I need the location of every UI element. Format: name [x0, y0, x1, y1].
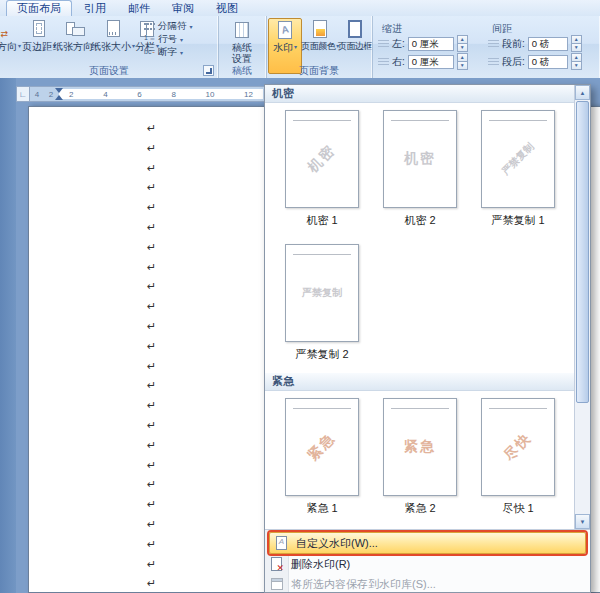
paragraph-mark: ↵	[147, 357, 156, 377]
text-direction-button[interactable]: 文字方向▾	[0, 18, 22, 60]
paragraph-mark: ↵	[147, 376, 156, 396]
word-window: 页面布局 引用 邮件 审阅 视图 文字方向▾ 页边距▾ 纸张方向▾	[0, 0, 600, 593]
watermark-gallery: 机密 机密 机密 1 机密 机密 2	[265, 85, 574, 529]
spacing-after-input[interactable]: 0 磅	[528, 55, 568, 69]
chevron-down-icon: ▾	[180, 36, 183, 43]
watermark-item-jinkuai-1[interactable]: 尽快 尽快 1	[469, 393, 567, 527]
page-break-icon	[144, 21, 155, 32]
paper-size-button[interactable]: 纸张大小▾	[94, 18, 132, 60]
indent-left-label: 左:	[392, 37, 405, 51]
scroll-down-button[interactable]: ▼	[575, 514, 590, 529]
paragraph-mark: ↵	[147, 456, 156, 476]
hyphenation-icon	[144, 47, 155, 58]
watermark-thumbnail: 紧急	[383, 398, 457, 496]
breaks-button[interactable]: 分隔符 ▾	[144, 20, 216, 33]
spacing-after-icon	[488, 58, 499, 67]
paragraph-mark: ↵	[147, 436, 156, 456]
first-line-indent-marker[interactable]	[55, 88, 63, 93]
custom-watermark-icon	[274, 536, 289, 551]
ruler-margin: 42	[30, 89, 58, 99]
tab-view[interactable]: 视图	[206, 1, 248, 16]
watermark-item-jimi-2[interactable]: 机密 机密 2	[371, 105, 469, 239]
genko-grid-icon	[232, 21, 252, 40]
genko-group-label: 稿纸	[218, 65, 266, 77]
ruler-number: 8	[171, 90, 175, 99]
scrollbar-thumb[interactable]	[576, 101, 589, 403]
tab-page-layout[interactable]: 页面布局	[6, 0, 72, 16]
genko-setup-button[interactable]: 稿纸设置	[221, 19, 263, 64]
watermark-gallery-dropdown: 机密 机密 机密 1 机密 机密 2	[264, 84, 591, 593]
page-setup-group-label: 页面设置	[0, 65, 218, 77]
indent-left-icon	[378, 40, 389, 49]
paragraph-mark: ↵	[147, 258, 156, 278]
spacing-after-label: 段后:	[502, 55, 525, 69]
indent-right-label: 右:	[392, 55, 405, 69]
ribbon: 文字方向▾ 页边距▾ 纸张方向▾ 纸张大小▾ 分栏▾	[0, 16, 600, 79]
paper-size-icon	[103, 20, 123, 39]
line-numbers-icon	[144, 34, 155, 45]
margins-button[interactable]: 页边距▾	[22, 18, 56, 60]
indent-left-stepper[interactable]: ▲▼	[457, 36, 468, 52]
ruler-number: 12	[244, 90, 253, 99]
watermark-item-jinji-2[interactable]: 紧急 紧急 2	[371, 393, 469, 527]
gallery-scrollbar[interactable]: ▲ ▼	[574, 85, 590, 529]
hyphenation-button[interactable]: 断字 ▾	[144, 46, 216, 59]
paragraph-mark: ↵	[147, 515, 156, 535]
tab-review[interactable]: 审阅	[162, 1, 204, 16]
scroll-up-button[interactable]: ▲	[575, 85, 590, 100]
left-indent-marker[interactable]	[55, 95, 63, 100]
page-setup-dialog-launcher[interactable]	[203, 65, 214, 76]
watermark-menu: 自定义水印(W)... 删除水印(R) 将所选内容保存到水印库(S)...	[265, 529, 590, 592]
tab-mailings[interactable]: 邮件	[118, 1, 160, 16]
custom-watermark-menu-item[interactable]: 自定义水印(W)...	[269, 532, 586, 554]
indent-right-icon	[378, 58, 389, 67]
watermark-icon	[275, 21, 295, 40]
group-page-setup: 文字方向▾ 页边距▾ 纸张方向▾ 纸张大小▾ 分栏▾	[0, 16, 219, 78]
save-to-watermark-gallery-menu-item[interactable]: 将所选内容保存到水印库(S)...	[265, 574, 590, 593]
vertical-ruler-strip	[0, 78, 16, 593]
page-borders-icon	[345, 20, 365, 39]
spacing-after-stepper[interactable]: ▲▼	[571, 54, 582, 70]
watermark-item-jinji-1[interactable]: 紧急 紧急 1	[273, 393, 371, 527]
group-page-background: 水印▾ 页面颜色▾ 页面边框 页面背景	[266, 16, 373, 78]
chevron-down-icon: ▾	[294, 42, 297, 53]
watermark-item-yanjinfuzhi-1[interactable]: 严禁复制 严禁复制 1	[469, 105, 567, 239]
spacing-before-label: 段前:	[502, 37, 525, 51]
ruler-number: 10	[206, 90, 215, 99]
ruler-white: 24681012	[59, 89, 263, 99]
paragraph-mark: ↵	[147, 416, 156, 436]
paragraph-mark: ↵	[147, 535, 156, 555]
spacing-before-input[interactable]: 0 磅	[528, 37, 568, 51]
paragraph-mark: ↵	[147, 337, 156, 357]
tab-references[interactable]: 引用	[74, 1, 116, 16]
watermark-item-jimi-1[interactable]: 机密 机密 1	[273, 105, 371, 239]
paragraph-mark: ↵	[147, 119, 156, 139]
horizontal-ruler[interactable]: ∟ 42 24681012	[16, 86, 266, 102]
margins-icon	[29, 20, 49, 39]
indent-right-input[interactable]: 0 厘米	[408, 55, 454, 69]
paragraph-mark: ↵	[147, 218, 156, 238]
paragraph-mark: ↵	[147, 555, 156, 575]
remove-watermark-menu-item[interactable]: 删除水印(R)	[265, 554, 590, 574]
line-numbers-button[interactable]: 行号 ▾	[144, 33, 216, 46]
paragraph-mark: ↵	[147, 178, 156, 198]
ruler-number: 2	[69, 90, 73, 99]
paragraph-mark: ↵	[147, 277, 156, 297]
remove-watermark-icon	[269, 557, 284, 572]
indent-right-stepper[interactable]: ▲▼	[457, 54, 468, 70]
watermark-thumbnail: 严禁复制	[285, 244, 359, 342]
orientation-button[interactable]: 纸张方向▾	[56, 18, 94, 60]
chevron-down-icon: ▾	[190, 23, 193, 30]
tab-selector[interactable]: ∟	[17, 87, 30, 101]
paragraph-mark: ↵	[147, 297, 156, 317]
page-background-group-label: 页面背景	[266, 65, 372, 77]
chevron-down-icon: ▾	[18, 41, 21, 52]
spacing-before-stepper[interactable]: ▲▼	[571, 36, 582, 52]
text-direction-icon	[0, 20, 9, 39]
indent-left-input[interactable]: 0 厘米	[408, 37, 454, 51]
paragraph-mark: ↵	[147, 238, 156, 258]
group-genko: 稿纸设置 稿纸	[218, 16, 267, 78]
ruler-number: 4	[35, 90, 39, 99]
group-paragraph: 缩进 间距 左: 0 厘米 ▲▼ 右: 0 厘米 ▲▼ 段前: 0 磅 ▲▼	[372, 16, 600, 78]
watermark-item-yanjinfuzhi-2[interactable]: 严禁复制 严禁复制 2	[273, 239, 371, 373]
